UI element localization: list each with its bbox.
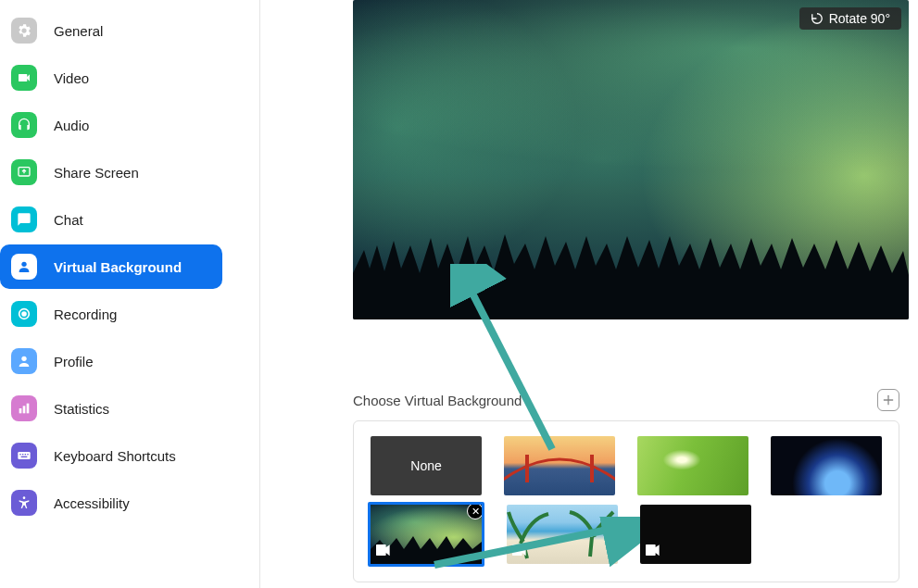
svg-point-4: [21, 357, 26, 361]
settings-sidebar: General Video Audio Share Screen Chat Vi…: [0, 0, 260, 588]
sidebar-item-label: Keyboard Shortcuts: [54, 448, 176, 464]
record-icon: [11, 301, 37, 327]
svg-point-14: [23, 496, 26, 499]
sidebar-item-chat[interactable]: Chat: [0, 197, 259, 242]
headphones-icon: [11, 112, 37, 138]
video-icon: [646, 543, 660, 559]
sidebar-item-virtual-background[interactable]: Virtual Background: [0, 244, 222, 289]
svg-rect-11: [25, 454, 26, 455]
share-screen-icon: [11, 159, 37, 185]
background-option-aurora[interactable]: ✕: [368, 502, 484, 567]
svg-rect-10: [22, 454, 23, 455]
sidebar-item-profile[interactable]: Profile: [0, 339, 259, 383]
accessibility-icon: [11, 490, 37, 516]
rotate-90-button[interactable]: Rotate 90°: [799, 7, 901, 30]
sidebar-item-general[interactable]: General: [0, 8, 259, 53]
svg-rect-8: [18, 452, 30, 459]
background-option-black[interactable]: [640, 505, 751, 564]
background-option-grass[interactable]: [637, 436, 748, 495]
svg-rect-6: [23, 406, 26, 413]
virtual-background-icon: [11, 254, 37, 280]
background-option-bridge[interactable]: [504, 436, 615, 495]
gear-icon: [11, 18, 37, 44]
sidebar-item-share-screen[interactable]: Share Screen: [0, 150, 259, 194]
video-icon: [11, 65, 37, 91]
keyboard-icon: [11, 443, 37, 469]
remove-background-button[interactable]: ✕: [467, 503, 484, 519]
sidebar-item-label: General: [54, 23, 103, 39]
svg-point-1: [21, 262, 26, 267]
svg-rect-7: [27, 404, 30, 414]
sidebar-item-keyboard-shortcuts[interactable]: Keyboard Shortcuts: [0, 433, 259, 478]
rotate-icon: [811, 12, 824, 25]
choose-background-label: Choose Virtual Background: [353, 393, 522, 408]
sidebar-item-label: Audio: [54, 118, 89, 133]
profile-icon: [11, 348, 37, 374]
background-option-none[interactable]: None: [371, 436, 482, 495]
sidebar-item-accessibility[interactable]: Accessibility: [0, 481, 259, 525]
sidebar-item-statistics[interactable]: Statistics: [0, 386, 259, 431]
sidebar-item-label: Share Screen: [54, 165, 139, 181]
sidebar-item-label: Accessibility: [54, 495, 130, 511]
svg-rect-9: [19, 454, 20, 455]
rotate-label: Rotate 90°: [829, 11, 890, 26]
sidebar-item-recording[interactable]: Recording: [0, 292, 259, 336]
sidebar-item-label: Recording: [54, 307, 117, 322]
background-preview: Rotate 90°: [353, 0, 909, 319]
svg-rect-12: [27, 454, 28, 455]
add-background-button[interactable]: [877, 389, 899, 411]
svg-rect-13: [21, 457, 28, 457]
virtual-background-panel: Rotate 90° Choose Virtual Background Non…: [260, 0, 918, 588]
none-label: None: [410, 458, 441, 473]
chat-icon: [11, 206, 37, 232]
video-icon: [376, 543, 391, 559]
svg-rect-5: [19, 408, 22, 413]
svg-point-3: [22, 312, 26, 316]
sidebar-item-label: Virtual Background: [54, 259, 182, 275]
background-option-beach[interactable]: [507, 505, 618, 564]
sidebar-item-audio[interactable]: Audio: [0, 103, 259, 147]
video-icon: [512, 543, 527, 559]
sidebar-item-video[interactable]: Video: [0, 56, 259, 100]
treeline-silhouette: [353, 218, 909, 319]
background-option-earth[interactable]: [771, 436, 882, 495]
sidebar-item-label: Statistics: [54, 401, 109, 417]
stats-icon: [11, 395, 37, 421]
sidebar-item-label: Profile: [54, 354, 94, 369]
plus-icon: [882, 394, 895, 407]
sidebar-item-label: Chat: [54, 212, 83, 228]
sidebar-item-label: Video: [54, 70, 89, 86]
background-gallery: None ✕: [353, 420, 899, 582]
